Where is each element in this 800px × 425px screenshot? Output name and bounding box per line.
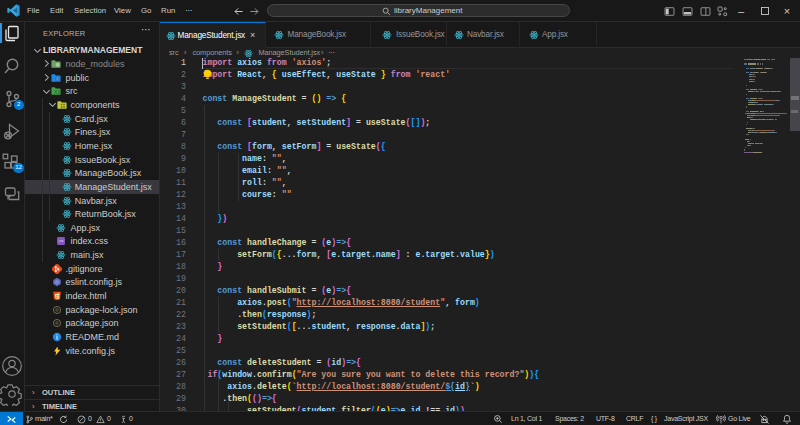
svg-text:css: css: [58, 240, 63, 244]
svg-text:×: ×: [56, 90, 58, 94]
